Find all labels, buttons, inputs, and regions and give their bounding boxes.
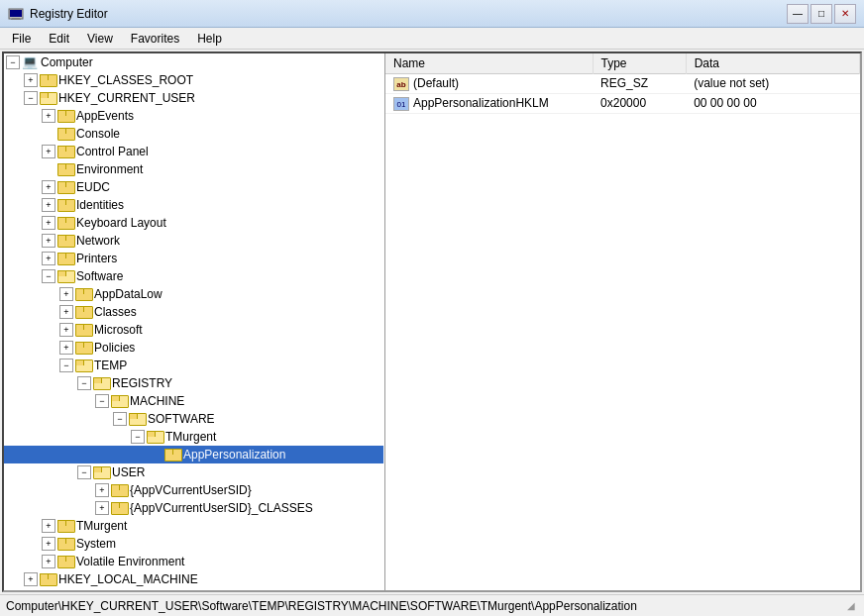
expand-button[interactable]: −: [77, 376, 91, 390]
expand-button[interactable]: −: [24, 91, 38, 105]
menu-bar: FileEditViewFavoritesHelp: [0, 28, 864, 50]
value-row[interactable]: ab(Default)REG_SZ(value not set): [385, 74, 860, 94]
expand-button[interactable]: −: [113, 412, 127, 426]
value-data-cell: (value not set): [686, 74, 859, 94]
node-label: Network: [76, 234, 120, 248]
folder-icon: [111, 484, 127, 497]
tree-node[interactable]: +TMurgent: [4, 517, 383, 535]
expand-button[interactable]: +: [42, 198, 55, 212]
tree-node[interactable]: Console: [4, 125, 383, 143]
expand-button[interactable]: +: [42, 109, 55, 123]
node-label: Keyboard Layout: [76, 216, 166, 230]
expand-button[interactable]: +: [42, 555, 55, 568]
tree-node[interactable]: −REGISTRY: [4, 374, 383, 392]
tree-node[interactable]: −SOFTWARE: [4, 410, 383, 428]
expand-button[interactable]: +: [59, 305, 73, 319]
tree-node[interactable]: +HKEY_CLASSES_ROOT: [4, 71, 383, 89]
tree-node[interactable]: +{AppVCurrentUserSID}: [4, 481, 383, 499]
tree-node[interactable]: Environment: [4, 160, 383, 178]
expand-button[interactable]: +: [42, 519, 55, 533]
tree-node[interactable]: +{AppVCurrentUserSID}_CLASSES: [4, 499, 383, 517]
tree-node[interactable]: +Microsoft: [4, 321, 383, 339]
tree-node[interactable]: −TEMP: [4, 357, 383, 374]
node-label: TMurgent: [165, 430, 216, 444]
tree-node[interactable]: +Control Panel: [4, 143, 383, 160]
tree-node[interactable]: −TMurgent: [4, 428, 383, 446]
node-label: TEMP: [94, 359, 127, 372]
expand-button[interactable]: +: [42, 216, 55, 230]
tree-node[interactable]: +Classes: [4, 303, 383, 321]
minimize-button[interactable]: —: [787, 4, 809, 24]
app-icon: [8, 6, 24, 22]
tree-node[interactable]: +AppDataLow: [4, 285, 383, 303]
node-label: TMurgent: [76, 519, 127, 533]
folder-icon: [164, 449, 180, 462]
tree-node[interactable]: +Identities: [4, 196, 383, 214]
tree-node[interactable]: +Keyboard Layout: [4, 214, 383, 232]
tree-node[interactable]: −MACHINE: [4, 392, 383, 410]
menu-item-edit[interactable]: Edit: [41, 30, 77, 47]
tree-node[interactable]: +Network: [4, 232, 383, 250]
expand-button[interactable]: +: [42, 537, 55, 551]
expand-button[interactable]: −: [6, 55, 20, 69]
tree-node[interactable]: +System: [4, 535, 383, 553]
tree-node[interactable]: +HKEY_LOCAL_MACHINE: [4, 570, 383, 588]
tree-node[interactable]: +Policies: [4, 339, 383, 357]
tree-node[interactable]: +EUDC: [4, 178, 383, 196]
col-header-data: Data: [686, 53, 859, 74]
tree-node[interactable]: AppPersonalization: [4, 446, 383, 463]
computer-icon: 💻: [22, 54, 38, 70]
menu-item-file[interactable]: File: [4, 30, 39, 47]
maximize-button[interactable]: □: [810, 4, 832, 24]
node-label: {AppVCurrentUserSID}_CLASSES: [130, 501, 313, 515]
folder-icon: [75, 342, 91, 355]
expand-button[interactable]: +: [24, 572, 38, 586]
tree-node[interactable]: −USER: [4, 463, 383, 481]
expand-button[interactable]: −: [131, 430, 145, 444]
expand-button[interactable]: +: [42, 145, 55, 158]
title-bar: Registry Editor — □ ✕: [0, 0, 864, 28]
folder-icon: [57, 235, 73, 248]
node-label: Console: [76, 127, 120, 141]
node-label: HKEY_LOCAL_MACHINE: [58, 572, 198, 586]
expand-button[interactable]: −: [42, 269, 55, 283]
tree-node[interactable]: −💻Computer: [4, 53, 383, 71]
expand-button[interactable]: −: [59, 359, 73, 372]
node-label: Microsoft: [94, 323, 143, 337]
expand-button[interactable]: +: [95, 501, 109, 515]
expand-button[interactable]: −: [77, 465, 91, 479]
col-header-type: Type: [593, 53, 686, 74]
value-data-cell: 00 00 00 00: [686, 93, 859, 113]
value-row[interactable]: 01AppPersonalizationHKLM0x2000000 00 00 …: [385, 93, 860, 113]
tree-node[interactable]: +AppEvents: [4, 107, 383, 125]
expand-button[interactable]: +: [95, 483, 109, 497]
node-label: Classes: [94, 305, 137, 319]
value-name-cell: 01AppPersonalizationHKLM: [385, 93, 593, 113]
menu-item-view[interactable]: View: [79, 30, 121, 47]
reg-sz-icon: ab: [393, 77, 409, 91]
folder-icon: [111, 502, 127, 515]
expand-button[interactable]: +: [59, 323, 73, 337]
tree-node[interactable]: −Software: [4, 267, 383, 285]
tree-scroll[interactable]: −💻Computer+HKEY_CLASSES_ROOT−HKEY_CURREN…: [4, 53, 383, 590]
value-table-header: NameTypeData: [385, 53, 860, 74]
folder-icon: [57, 538, 73, 551]
expand-button[interactable]: +: [24, 73, 38, 87]
tree-node[interactable]: −HKEY_CURRENT_USER: [4, 89, 383, 107]
expand-button[interactable]: +: [42, 180, 55, 194]
folder-icon: [93, 466, 109, 479]
tree-node[interactable]: +Volatile Environment: [4, 553, 383, 570]
expand-button[interactable]: +: [42, 234, 55, 248]
expand-button[interactable]: +: [42, 252, 55, 265]
node-label: Computer: [41, 55, 93, 69]
svg-rect-2: [12, 18, 20, 19]
tree-node[interactable]: +Printers: [4, 250, 383, 267]
menu-item-help[interactable]: Help: [189, 30, 230, 47]
expand-button[interactable]: +: [59, 287, 73, 301]
expand-button[interactable]: −: [95, 394, 109, 408]
folder-icon: [129, 413, 145, 426]
expand-button[interactable]: +: [59, 341, 73, 355]
menu-item-favorites[interactable]: Favorites: [123, 30, 187, 47]
close-button[interactable]: ✕: [834, 4, 856, 24]
folder-icon: [75, 359, 91, 372]
